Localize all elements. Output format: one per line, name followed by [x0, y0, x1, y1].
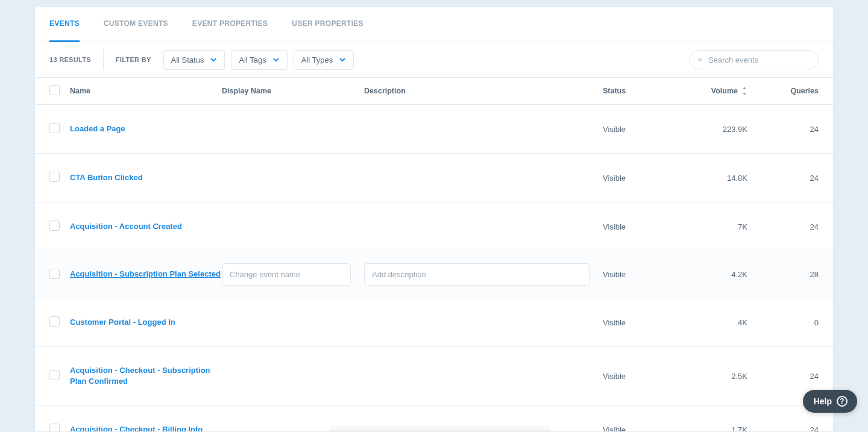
- row-checkbox[interactable]: [49, 172, 60, 182]
- filter-bar: 13 RESULTS FILTER BY All Status All Tags…: [35, 42, 833, 78]
- event-name-link[interactable]: Acquisition - Checkout - Billing Info: [70, 425, 203, 431]
- search-events[interactable]: [689, 50, 819, 69]
- results-count: 13 RESULTS: [49, 49, 104, 70]
- sort-icon: [741, 87, 747, 95]
- row-status: Visible: [603, 125, 675, 134]
- search-input[interactable]: [708, 55, 810, 64]
- col-header-display-name[interactable]: Display Name: [222, 87, 364, 95]
- row-checkbox[interactable]: [49, 424, 60, 431]
- row-queries: 28: [747, 270, 819, 279]
- events-panel: EVENTS CUSTOM EVENTS EVENT PROPERTIES US…: [34, 7, 834, 432]
- table-row[interactable]: Acquisition - Account CreatedVisible7K24: [35, 202, 833, 251]
- table-row[interactable]: Acquisition - Subscription Plan Selected…: [35, 251, 833, 298]
- row-queries: 24: [747, 174, 819, 183]
- table-body: Loaded a PageVisible223.9K24CTA Button C…: [35, 105, 833, 431]
- row-volume: 2.5K: [675, 372, 747, 381]
- table-row[interactable]: Acquisition - Checkout - Subscription Pl…: [35, 347, 833, 405]
- row-status: Visible: [603, 222, 675, 231]
- filter-tags-label: All Tags: [239, 55, 266, 64]
- event-name-link[interactable]: CTA Button Clicked: [70, 173, 143, 182]
- col-header-name[interactable]: Name: [70, 87, 222, 95]
- event-name-link[interactable]: Acquisition - Checkout - Subscription Pl…: [70, 366, 210, 386]
- help-button[interactable]: Help ?: [803, 390, 857, 413]
- col-header-volume[interactable]: Volume: [675, 87, 747, 95]
- row-queries: 24: [747, 372, 819, 381]
- row-volume: 4.2K: [675, 270, 747, 279]
- table-row[interactable]: CTA Button ClickedVisible14.8K24: [35, 154, 833, 202]
- help-question-icon: ?: [837, 396, 848, 407]
- row-volume: 223.9K: [675, 125, 747, 134]
- table-row[interactable]: Loaded a PageVisible223.9K24: [35, 105, 833, 154]
- row-status: Visible: [603, 270, 675, 279]
- description-input[interactable]: [364, 263, 590, 286]
- row-queries: 24: [747, 222, 819, 231]
- filter-status-dropdown[interactable]: All Status: [163, 50, 225, 70]
- table-row[interactable]: Customer Portal - Logged InVisible4K0: [35, 298, 833, 347]
- event-name-link[interactable]: Loaded a Page: [70, 124, 125, 133]
- chevron-down-icon: [210, 56, 217, 63]
- row-queries: 24: [747, 125, 819, 134]
- search-icon: [698, 55, 702, 64]
- row-checkbox[interactable]: [49, 123, 60, 133]
- tab-custom-events[interactable]: CUSTOM EVENTS: [104, 7, 168, 42]
- table-header: Name Display Name Description Status Vol…: [35, 78, 833, 105]
- col-header-description[interactable]: Description: [364, 87, 603, 95]
- row-queries: 24: [747, 425, 819, 431]
- col-header-status[interactable]: Status: [603, 87, 675, 95]
- tabs: EVENTS CUSTOM EVENTS EVENT PROPERTIES US…: [35, 7, 833, 42]
- checkbox-select-all[interactable]: [49, 85, 60, 95]
- row-volume: 14.8K: [675, 174, 747, 183]
- row-status: Visible: [603, 372, 675, 381]
- filter-status-label: All Status: [171, 55, 204, 64]
- chevron-down-icon: [339, 56, 346, 63]
- row-volume: 7K: [675, 222, 747, 231]
- row-checkbox[interactable]: [49, 316, 60, 327]
- row-checkbox[interactable]: [49, 221, 60, 231]
- filter-dropdowns: All Status All Tags All Types: [163, 50, 354, 70]
- row-checkbox[interactable]: [49, 370, 60, 380]
- row-status: Visible: [603, 174, 675, 183]
- row-status: Visible: [603, 318, 675, 327]
- event-name-link[interactable]: Acquisition - Account Created: [70, 222, 182, 231]
- table-row[interactable]: Acquisition - Checkout - Billing InfoVis…: [35, 405, 833, 431]
- filter-by-label: FILTER BY: [116, 56, 151, 63]
- col-header-queries[interactable]: Queries: [747, 87, 819, 95]
- row-volume: 1.7K: [675, 425, 747, 431]
- filter-types-label: All Types: [301, 55, 333, 64]
- event-name-link[interactable]: Acquisition - Subscription Plan Selected: [70, 269, 221, 278]
- filter-tags-dropdown[interactable]: All Tags: [231, 50, 287, 70]
- row-queries: 0: [747, 318, 819, 327]
- tab-event-properties[interactable]: EVENT PROPERTIES: [192, 7, 268, 42]
- chevron-down-icon: [272, 56, 280, 63]
- help-label: Help: [814, 396, 832, 406]
- tab-events[interactable]: EVENTS: [49, 7, 80, 42]
- row-status: Visible: [603, 425, 675, 431]
- event-name-link[interactable]: Customer Portal - Logged In: [70, 318, 175, 327]
- row-checkbox[interactable]: [49, 269, 60, 279]
- row-volume: 4K: [675, 318, 747, 327]
- display-name-input[interactable]: [222, 263, 351, 286]
- tab-user-properties[interactable]: USER PROPERTIES: [292, 7, 363, 42]
- col-header-volume-label: Volume: [711, 87, 738, 95]
- svg-point-0: [699, 58, 701, 60]
- filter-types-dropdown[interactable]: All Types: [294, 50, 354, 70]
